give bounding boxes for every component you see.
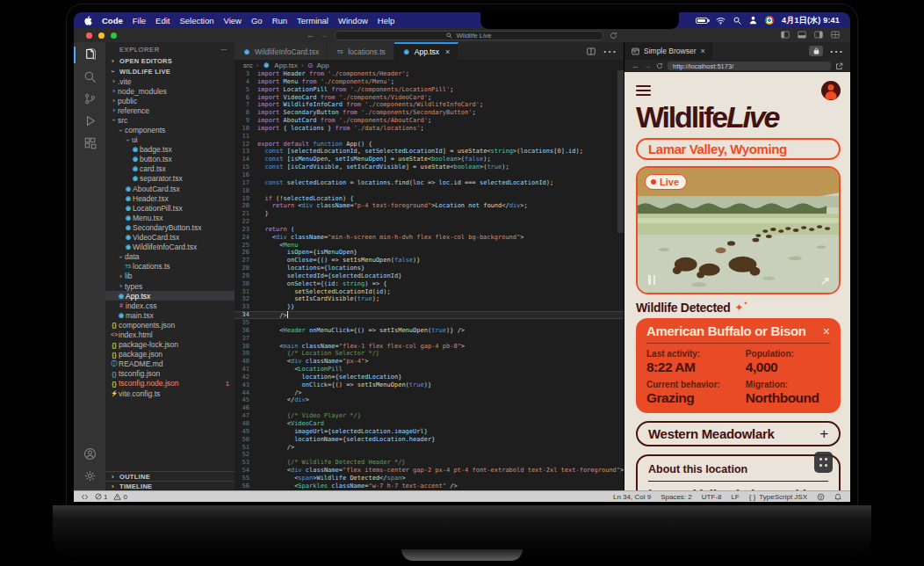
code-line[interactable]: 39 {/* Location Selector */}: [235, 350, 624, 358]
tree-item-wildlifeinfocard-tsx[interactable]: ◉WildlifeInfoCard.tsx: [105, 243, 235, 252]
code-line[interactable]: 4import Menu from './components/Menu';: [235, 78, 624, 86]
tree-item-readme-md[interactable]: ⓘREADME.md: [105, 359, 235, 369]
nav-forward-icon[interactable]: →: [321, 32, 328, 40]
tree-item-card-tsx[interactable]: ◉card.tsx: [105, 164, 235, 174]
editor-tab-locations-ts[interactable]: TSlocations.ts: [328, 42, 394, 60]
code-line[interactable]: 36 <Header onMenuClick={() => setIsMenuO…: [235, 327, 624, 335]
tree-item-aboutcard-tsx[interactable]: ◉AboutCard.tsx: [105, 184, 235, 193]
hamburger-menu-icon[interactable]: [636, 83, 651, 98]
tree-item-separator-tsx[interactable]: ◉separator.tsx: [105, 174, 235, 184]
tree-item-tsconfig-json[interactable]: {}tsconfig.json: [105, 369, 235, 379]
traffic-zoom-button[interactable]: [111, 33, 117, 39]
notifications-bell-icon[interactable]: [834, 493, 841, 501]
code-line[interactable]: 34 />: [235, 311, 624, 319]
code-line[interactable]: 53 {/* Wildlife Detected Header */}: [235, 459, 624, 467]
fullscreen-icon[interactable]: ↗: [820, 274, 830, 287]
encoding-setting[interactable]: UTF-8: [702, 493, 722, 501]
code-line[interactable]: 40 <div className="px-4">: [235, 358, 624, 366]
settings-icon[interactable]: [74, 465, 105, 487]
code-line[interactable]: 37: [235, 335, 624, 343]
breadcrumb-src[interactable]: src: [243, 62, 253, 69]
menu-item-run[interactable]: Run: [272, 16, 287, 25]
explorer-icon[interactable]: [74, 44, 105, 66]
code-line[interactable]: 45 </div>: [235, 396, 624, 404]
wifi-icon[interactable]: [716, 17, 725, 25]
code-line[interactable]: 43 onClick={() => setIsMenuOpen(true)}: [235, 381, 624, 389]
tree-item-types[interactable]: ›types: [105, 281, 235, 291]
chrome-menubar-icon[interactable]: [765, 16, 774, 25]
open-editors-section[interactable]: ›OPEN EDITORS: [105, 55, 235, 66]
code-line[interactable]: 35: [235, 319, 624, 327]
code-line[interactable]: 15 const [isCardVisible, setIsCardVisibl…: [235, 163, 624, 171]
browser-back-icon[interactable]: ←: [632, 62, 639, 70]
tree-item-ui[interactable]: ›ui: [105, 135, 235, 145]
code-line[interactable]: 17 const selectedLocation = locations.fi…: [235, 179, 624, 187]
menubar-clock[interactable]: 4月1日(水) 9:41: [782, 15, 840, 26]
code-line[interactable]: 29 selectedId={selectedLocationId}: [235, 272, 624, 280]
tree-item-vite-config-ts[interactable]: ⚡vite.config.ts: [105, 388, 235, 398]
code-line[interactable]: 13 const [selectedLocationId, setSelecte…: [235, 148, 624, 156]
code-line[interactable]: 11: [235, 133, 624, 141]
tree-item-data[interactable]: ›data: [105, 252, 235, 262]
menu-item-window[interactable]: Window: [338, 16, 368, 25]
code-line[interactable]: 31 setSelectedLocationId(id);: [235, 288, 624, 296]
remote-indicator-icon[interactable]: [81, 493, 89, 501]
code-line[interactable]: 26 isOpen={isMenuOpen}: [235, 249, 624, 257]
live-video-card[interactable]: Live ↗: [636, 166, 841, 294]
tree-item-secondarybutton-tsx[interactable]: ◉SecondaryButton.tsx: [105, 222, 235, 232]
traffic-close-button[interactable]: [86, 33, 92, 39]
profile-avatar[interactable]: [821, 81, 841, 100]
code-line[interactable]: 33 }}: [235, 303, 624, 311]
code-line[interactable]: 30 onSelect={(id: string) => {: [235, 280, 624, 288]
code-line[interactable]: 5import LocationPill from './components/…: [235, 86, 624, 94]
code-line[interactable]: 38 <main className="flex-1 flex flex-col…: [235, 343, 624, 351]
tree-item-videocard-tsx[interactable]: ◉VideoCard.tsx: [105, 233, 235, 243]
toggle-sidebar-icon[interactable]: [781, 31, 790, 39]
secondary-species-button[interactable]: Western Meadowlark +: [636, 421, 841, 446]
tree-item-locationpill-tsx[interactable]: ◉LocationPill.tsx: [105, 203, 235, 213]
tree-item-header-tsx[interactable]: ◉Header.tsx: [105, 193, 235, 203]
indentation-setting[interactable]: Spaces: 2: [661, 493, 692, 501]
browser-refresh-icon[interactable]: [656, 62, 663, 69]
code-line[interactable]: 48 <VideoCard: [235, 420, 624, 428]
toggle-secondary-sidebar-icon[interactable]: [814, 31, 823, 39]
code-line[interactable]: 41 <LocationPill: [235, 366, 624, 374]
split-editor-icon[interactable]: [587, 47, 596, 55]
language-mode[interactable]: { }TypeScript JSX: [749, 493, 807, 501]
tree-item-tsconfig-node-json[interactable]: {}tsconfig.node.json1: [105, 379, 235, 388]
run-debug-icon[interactable]: [74, 110, 105, 132]
customize-layout-icon[interactable]: [831, 31, 840, 39]
account-icon[interactable]: [74, 443, 105, 465]
search-icon[interactable]: [74, 66, 105, 88]
code-line[interactable]: 28 locations={locations}: [235, 265, 624, 272]
editor-tab-wildlifeinfocard-tsx[interactable]: ◉WildlifeInfoCard.tsx: [235, 42, 328, 60]
tree-item-package-lock-json[interactable]: {}package-lock.json: [105, 340, 235, 350]
editor-tab-app-tsx[interactable]: ◉App.tsx×: [394, 42, 459, 60]
code-line[interactable]: 14 const [isMenuOpen, setIsMenuOpen] = u…: [235, 156, 624, 163]
editor-more-icon[interactable]: ⋯: [603, 43, 617, 60]
panel-tab-close-icon[interactable]: ×: [701, 47, 705, 55]
code-line[interactable]: 52: [235, 451, 624, 459]
code-line[interactable]: 24 <div className="min-h-screen min-h-dv…: [235, 234, 624, 242]
menu-item-selection[interactable]: Selection: [179, 16, 213, 25]
code-line[interactable]: 12export default function App() {: [235, 141, 624, 149]
info-card-close-icon[interactable]: ×: [823, 325, 830, 337]
warning-count[interactable]: 0: [113, 493, 126, 501]
code-line[interactable]: 51 />: [235, 444, 624, 452]
sidebar-section-timeline[interactable]: ›TIMELINE: [105, 481, 235, 490]
breadcrumb-symbol[interactable]: App: [316, 62, 328, 69]
command-center-search[interactable]: Wildlife Live: [335, 31, 603, 40]
tree-item-main-tsx[interactable]: ◉main.tsx: [105, 310, 235, 320]
code-line[interactable]: 50 locationName={selectedLocation.header…: [235, 436, 624, 444]
url-input[interactable]: http://localhost:5173/: [668, 62, 831, 70]
code-line[interactable]: 23 return (: [235, 226, 624, 234]
code-line[interactable]: 54 <div className="flex items-center gap…: [235, 467, 624, 475]
tree-item-index-css[interactable]: #index.css: [105, 301, 235, 310]
editor-scrollbar[interactable]: [617, 70, 624, 233]
code-line[interactable]: 20 return <div className="p-4 text-foreg…: [235, 202, 624, 210]
code-line[interactable]: 27 onClose={() => setIsMenuOpen(false)}: [235, 257, 624, 265]
menu-item-app[interactable]: Code: [102, 16, 123, 25]
source-control-icon[interactable]: [74, 88, 105, 110]
tree-item-badge-tsx[interactable]: ◉badge.tsx: [105, 145, 235, 155]
tree-item-components[interactable]: ›components: [105, 125, 235, 134]
